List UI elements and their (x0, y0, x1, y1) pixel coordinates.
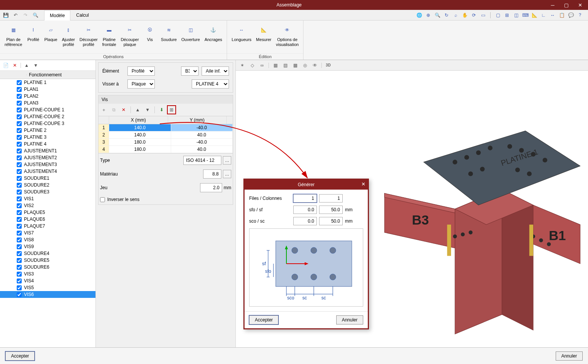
grid-row[interactable]: 1140.0-40.0 (99, 124, 233, 131)
ribbon-btn-0[interactable]: ▦Plan de référence (2, 22, 24, 52)
ribbon-btn-2[interactable]: ▱Plaque (42, 22, 59, 52)
tree-checkbox[interactable] (17, 121, 22, 126)
undo-icon[interactable]: ↶ (12, 12, 19, 19)
tree-row[interactable]: SOUDURE4 (0, 250, 95, 257)
search-icon[interactable]: 🔍 (32, 12, 39, 19)
tree-checkbox[interactable] (17, 251, 22, 256)
tree-checkbox[interactable] (17, 292, 22, 297)
tree-checkbox[interactable] (17, 244, 22, 249)
tree-row[interactable]: SOUDURE3 (0, 188, 95, 195)
vp-materials-icon[interactable]: ▩ (292, 62, 299, 69)
tree-row[interactable]: PLAN1 (0, 86, 95, 93)
vp-3d-icon[interactable]: 3D (325, 62, 332, 69)
tree-checkbox[interactable] (17, 176, 22, 181)
tree-row[interactable]: AJUSTEMENT1 (0, 147, 95, 154)
move-down-icon[interactable]: ▼ (32, 62, 39, 69)
dialog-accept-button[interactable]: Accepter (249, 315, 278, 324)
sco-input[interactable] (293, 217, 317, 225)
ribbon-edit-btn-1[interactable]: 📐Mesurer (254, 22, 273, 52)
beam-select[interactable]: B3 (181, 66, 199, 76)
add-icon[interactable]: ＋ (100, 106, 108, 114)
close-button[interactable]: ✕ (574, 1, 586, 9)
up-icon[interactable]: ▲ (134, 106, 141, 114)
tree-checkbox[interactable] (17, 285, 22, 290)
tree-row[interactable]: PLATINE 1 (0, 79, 95, 86)
type-field[interactable] (183, 156, 221, 165)
view-icon[interactable]: ▭ (480, 12, 486, 19)
tree-row[interactable]: VIS2 (0, 202, 95, 209)
tree-row[interactable]: VIS6 (0, 291, 95, 298)
generate-grid-icon[interactable]: ⊞ (168, 106, 175, 114)
ribbon-btn-3[interactable]: ⫿Ajuster profilé (60, 22, 77, 52)
tree-row[interactable]: PLAN2 (0, 93, 95, 100)
save-icon[interactable]: 💾 (2, 12, 9, 19)
duplicate-icon[interactable]: ⧉ (110, 106, 118, 114)
ribbon-btn-9[interactable]: ◫Ouverture (179, 22, 202, 52)
remove-icon[interactable]: ✕ (120, 106, 127, 114)
tree-checkbox[interactable] (17, 279, 22, 283)
down-icon[interactable]: ▼ (144, 106, 151, 114)
vp-layers-icon[interactable]: ▦ (272, 62, 279, 69)
help-icon[interactable]: ？ (577, 12, 583, 19)
ribbon-btn-1[interactable]: IProfilé (24, 22, 42, 52)
sf-input[interactable] (319, 206, 343, 214)
tree-checkbox[interactable] (17, 87, 22, 92)
tree-checkbox[interactable] (17, 155, 22, 160)
tree-row[interactable]: SOUDURE6 (0, 264, 95, 271)
tree-checkbox[interactable] (17, 196, 22, 201)
ribbon-btn-4[interactable]: ✂Découper profilé (77, 22, 100, 52)
tree-checkbox[interactable] (17, 237, 22, 242)
tree-row[interactable]: PLATINE 2 (0, 127, 95, 134)
tree-row[interactable]: VIS8 (0, 236, 95, 243)
grid-row[interactable]: 4180.040.0 (99, 146, 233, 153)
move-up-icon[interactable]: ▲ (23, 62, 30, 69)
tree-row[interactable]: PLAQUE5 (0, 209, 95, 216)
config-icon[interactable]: 📋 (558, 12, 565, 19)
sc-input[interactable] (319, 217, 343, 225)
tree-checkbox[interactable] (17, 217, 22, 222)
tree-checkbox[interactable] (17, 80, 22, 85)
rotate-icon[interactable]: ⟳ (470, 12, 477, 19)
grid-icon[interactable]: ⊞ (504, 12, 510, 19)
tree-checkbox[interactable] (17, 142, 22, 147)
vp-hide-icon[interactable]: 👁 (311, 62, 318, 69)
dialog-close-icon[interactable]: ✕ (361, 181, 366, 187)
tree-row[interactable]: PLATINE 3 (0, 134, 95, 141)
vp-color-icon[interactable]: ▧ (282, 62, 289, 69)
tree-row[interactable]: SOUDURE1 (0, 175, 95, 182)
minimize-button[interactable]: ─ (546, 1, 559, 9)
refresh-icon[interactable]: ↻ (443, 12, 450, 19)
tree-checkbox[interactable] (17, 101, 22, 106)
tree-row[interactable]: VIS4 (0, 277, 95, 284)
keyboard-icon[interactable]: ⌨ (522, 12, 529, 19)
tree-checkbox[interactable] (17, 94, 22, 99)
zoom-window-icon[interactable]: ⌕ (452, 12, 459, 19)
tree-checkbox[interactable] (17, 258, 22, 263)
flange-select[interactable]: Aile inf. (202, 66, 229, 76)
tree-checkbox[interactable] (17, 114, 22, 119)
measure-icon[interactable]: ↔ (549, 12, 556, 19)
ribbon-btn-6[interactable]: ✂Découper plaque (118, 22, 141, 52)
units-icon[interactable]: 📐 (531, 12, 538, 19)
pan-icon[interactable]: ✋ (461, 12, 468, 19)
mat-more-button[interactable]: … (223, 170, 231, 178)
tree-row[interactable]: VIS9 (0, 243, 95, 250)
tree-checkbox[interactable] (17, 265, 22, 270)
tree-row[interactable]: AJUSTEMENT4 (0, 168, 95, 175)
infinity-icon[interactable]: ∞ (259, 62, 265, 69)
tree-row[interactable]: PLATINE-COUPE 1 (0, 106, 95, 113)
tree-checkbox[interactable] (17, 203, 22, 208)
axis-icon[interactable]: ✶ (239, 62, 246, 69)
rows-input[interactable] (293, 194, 317, 203)
ribbon-btn-10[interactable]: ⚓Ancrages (202, 22, 224, 52)
tree-checkbox[interactable] (17, 183, 22, 188)
tree-checkbox[interactable] (17, 162, 22, 167)
zoom-in-icon[interactable]: 🔍 (434, 12, 441, 19)
tree-checkbox[interactable] (17, 224, 22, 229)
delete-icon[interactable]: ✕ (11, 62, 18, 69)
tree-checkbox[interactable] (17, 231, 22, 236)
tree-row[interactable]: PLAN3 (0, 100, 95, 106)
visser-select[interactable]: Plaque (127, 79, 155, 89)
tree-row[interactable]: SOUDURE2 (0, 182, 95, 188)
tree-checkbox[interactable] (17, 108, 22, 112)
